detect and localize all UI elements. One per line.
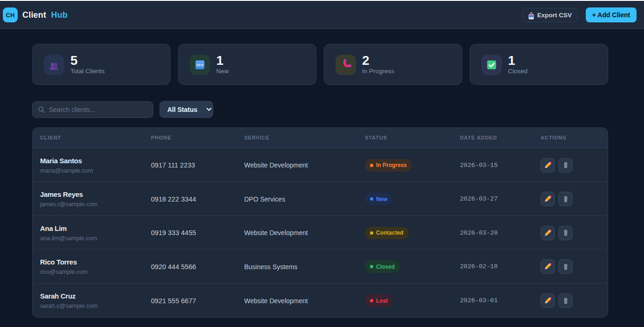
svg-text:NEW: NEW (196, 63, 204, 66)
